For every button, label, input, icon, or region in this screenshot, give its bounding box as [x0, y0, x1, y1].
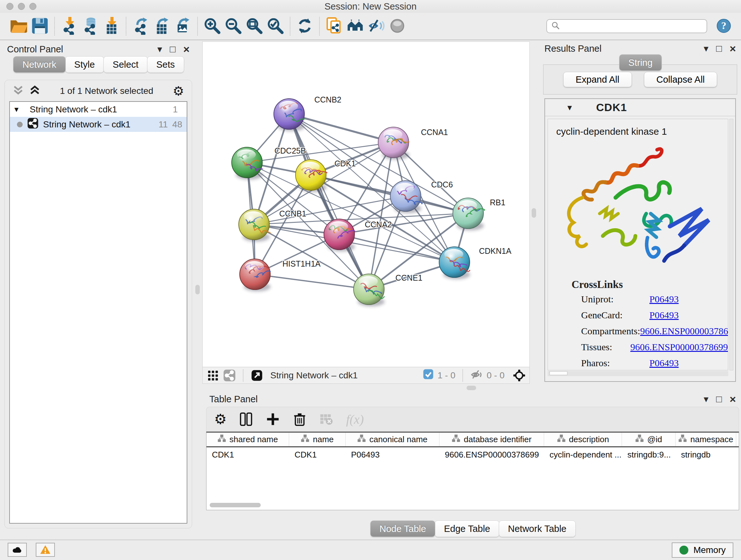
apply-layout-button[interactable]: [294, 15, 315, 37]
birds-eye-view-button[interactable]: [206, 369, 219, 382]
column-header-name[interactable]: name: [289, 433, 346, 446]
collection-expand-icon[interactable]: ▾: [14, 105, 25, 114]
network-node-CCNE1[interactable]: [354, 274, 385, 307]
import-network-from-database-button[interactable]: [80, 15, 101, 37]
import-network-from-file-button[interactable]: [59, 15, 80, 37]
tab-style[interactable]: Style: [65, 56, 104, 73]
open-session-button[interactable]: [8, 15, 29, 37]
crosslink-link[interactable]: P06493: [650, 358, 679, 368]
panel-close-icon[interactable]: ×: [183, 44, 190, 55]
table-toolbar: ⚙ f(x): [206, 407, 739, 432]
export-network-button[interactable]: [130, 15, 151, 37]
crosslink-row: GeneCard: P06493: [581, 310, 728, 320]
zoom-out-button[interactable]: [223, 15, 244, 37]
network-node-CCNB2[interactable]: [274, 99, 305, 131]
panel-float-icon[interactable]: □: [170, 44, 176, 54]
crosslink-link[interactable]: 9606.ENSP00000378699: [630, 341, 728, 353]
network-node-HIST1H1A[interactable]: [240, 259, 271, 292]
panel-close-icon[interactable]: ×: [730, 394, 736, 405]
eye-gray-icon: [388, 17, 406, 36]
panel-float-icon[interactable]: □: [716, 44, 722, 53]
selected-checkbox-icon[interactable]: [423, 369, 434, 382]
collapse-all-button[interactable]: Collapse All: [644, 72, 718, 87]
memory-button[interactable]: Memory: [672, 543, 733, 558]
show-all-button[interactable]: [387, 15, 408, 37]
section-collapse-icon[interactable]: ▾: [567, 102, 572, 113]
zoom-selected-button[interactable]: [265, 15, 286, 37]
save-session-button[interactable]: [29, 15, 51, 37]
vertical-splitter-grip[interactable]: [195, 285, 200, 294]
zoom-in-button[interactable]: [202, 15, 223, 37]
show-columns-button[interactable]: [239, 412, 253, 427]
table-settings-button[interactable]: ⚙: [214, 412, 226, 426]
column-header-database-identifier[interactable]: database identifier: [440, 433, 544, 446]
delete-column-button[interactable]: [292, 412, 307, 427]
help-button[interactable]: ?: [716, 18, 732, 35]
network-node-CDC25B[interactable]: [232, 147, 263, 180]
crosslink-link[interactable]: P06493: [650, 310, 679, 320]
tab-sets[interactable]: Sets: [147, 56, 184, 73]
zoom-fit-button[interactable]: [244, 15, 265, 37]
network-row[interactable]: String Network – cdk1 11 48: [10, 117, 187, 132]
node-label-HIST1H1A: HIST1H1A: [282, 259, 321, 268]
tab-edge-table[interactable]: Edge Table: [434, 520, 499, 537]
results-horizontal-scrollbar[interactable]: [548, 371, 728, 376]
network-node-CCNA1[interactable]: [378, 127, 409, 160]
collapse-all-icon[interactable]: [12, 84, 24, 98]
create-column-button[interactable]: [266, 412, 280, 427]
network-node-RB1[interactable]: [453, 198, 485, 231]
new-network-from-selection-button[interactable]: [324, 15, 345, 37]
network-node-CCNA2[interactable]: [324, 219, 355, 252]
tab-network[interactable]: Network: [13, 56, 65, 73]
search-input[interactable]: [563, 21, 703, 31]
network-node-CDKN1A[interactable]: [439, 247, 470, 279]
fit-selected-crosshair-button[interactable]: [513, 369, 526, 382]
network-node-CDK1[interactable]: [295, 160, 327, 192]
network-collection-row[interactable]: ▾ String Network – cdk1 1: [10, 102, 187, 117]
hierarchy-icon: [635, 434, 644, 445]
export-table-button[interactable]: [151, 15, 172, 37]
hidden-eye-slash-icon[interactable]: [470, 368, 483, 383]
node-label-CCNA1: CCNA1: [421, 128, 448, 137]
horizontal-splitter-grip[interactable]: [467, 386, 476, 390]
network-node-CCNB1[interactable]: [239, 209, 270, 242]
results-vertical-scrollbar[interactable]: [730, 119, 733, 370]
warnings-button[interactable]: [36, 543, 55, 557]
panel-menu-icon[interactable]: ▾: [704, 394, 709, 404]
column-header-shared-name[interactable]: shared name: [206, 433, 289, 446]
network-options-gear-icon[interactable]: ⚙: [173, 84, 184, 98]
column-header--id[interactable]: @id: [622, 433, 676, 446]
panel-menu-icon[interactable]: ▾: [157, 44, 162, 54]
crosslink-link[interactable]: 9606.ENSP00000378699: [640, 326, 728, 336]
string-app-button[interactable]: [223, 369, 236, 382]
first-neighbors-button[interactable]: [345, 15, 366, 37]
hide-selected-button[interactable]: [366, 15, 387, 37]
vertical-splitter-grip[interactable]: [532, 208, 536, 218]
panel-close-icon[interactable]: ×: [730, 43, 736, 54]
tab-select[interactable]: Select: [104, 56, 148, 73]
detach-view-button[interactable]: [251, 369, 263, 382]
tab-string[interactable]: String: [619, 54, 662, 71]
gene-section-header[interactable]: ▾ CDK1: [545, 99, 735, 116]
crosslink-link[interactable]: P06493: [650, 294, 679, 305]
table-horizontal-scrollbar[interactable]: [210, 503, 334, 508]
search-box[interactable]: [546, 19, 707, 33]
column-header-description[interactable]: description: [544, 433, 622, 446]
divider: [243, 369, 244, 382]
tab-node-table[interactable]: Node Table: [370, 520, 435, 537]
panel-float-icon[interactable]: □: [716, 394, 722, 404]
export-image-button[interactable]: [172, 15, 193, 37]
cloud-status-button[interactable]: [8, 543, 27, 557]
column-header-namespace[interactable]: namespace: [676, 433, 736, 446]
network-canvas[interactable]: CCNB2CCNA1CDC25BCDK1CDC6RB1CCNB1CCNA2CDK…: [203, 42, 529, 367]
expand-all-button[interactable]: Expand All: [563, 72, 632, 87]
import-table-from-file-button[interactable]: [101, 15, 122, 37]
panel-menu-icon[interactable]: ▾: [704, 44, 709, 53]
column-header-canonical-name[interactable]: canonical name: [346, 433, 440, 446]
tab-network-table[interactable]: Network Table: [499, 520, 576, 537]
table-row[interactable]: CDK1CDK1P064939606.ENSP00000378699cyclin…: [206, 447, 739, 462]
network-edge-HIST1H1A-CCNE1[interactable]: [255, 274, 369, 289]
expand-all-icon[interactable]: [29, 84, 41, 98]
export-image-icon: [174, 17, 192, 36]
crosslink-label: Compartments:: [581, 326, 640, 336]
